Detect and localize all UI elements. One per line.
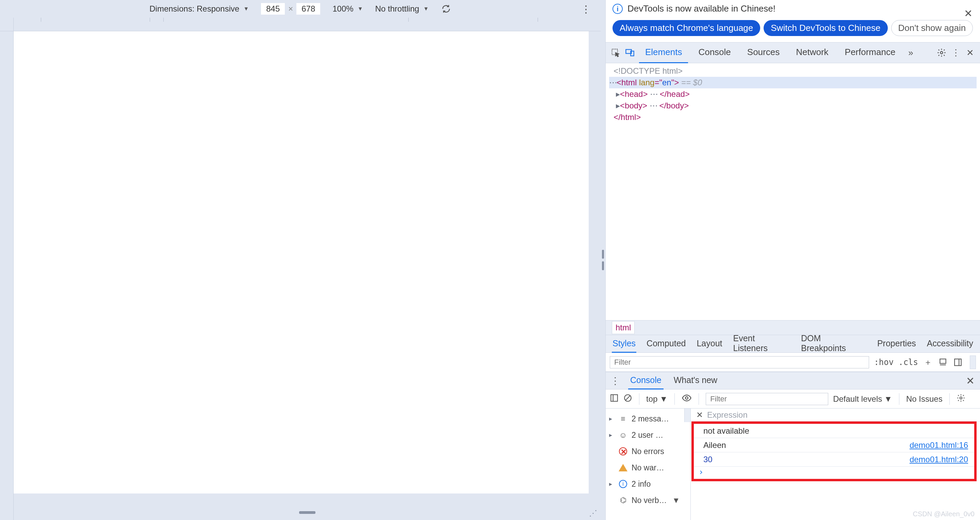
pane-divider[interactable]	[601, 0, 605, 520]
clear-console-icon[interactable]	[624, 393, 632, 404]
subtab-styles[interactable]: Styles	[612, 335, 636, 353]
close-icon[interactable]: ✕	[965, 48, 975, 58]
computed-drawer-icon[interactable]	[938, 358, 948, 367]
height-input[interactable]	[296, 3, 320, 14]
cls-toggle[interactable]: .cls	[898, 358, 918, 367]
match-language-button[interactable]: Always match Chrome's language	[612, 20, 760, 36]
subtab-computed[interactable]: Computed	[646, 335, 686, 353]
console-prompt[interactable]: ›	[694, 467, 974, 477]
console-drawer-header: ⋮ Console What's new ✕	[606, 372, 980, 390]
layout-panel-icon[interactable]	[953, 358, 963, 367]
drawer-menu-icon[interactable]: ⋮	[611, 375, 620, 387]
log-source-link[interactable]: demo01.html:20	[910, 455, 968, 464]
chevron-down-icon: ▼	[659, 394, 668, 404]
gear-icon[interactable]	[956, 393, 966, 404]
sidebar-item-verbose[interactable]: No verb… ▼	[606, 492, 690, 509]
devtools-main-toolbar: Elements Console Sources Network Perform…	[606, 42, 980, 63]
sidebar-item-warnings[interactable]: No war…	[606, 460, 690, 476]
more-tabs-icon[interactable]: »	[905, 48, 916, 58]
width-input[interactable]	[261, 3, 285, 14]
tab-sources[interactable]: Sources	[741, 42, 786, 63]
close-icon[interactable]: ✕	[966, 375, 975, 387]
live-expression-row[interactable]: ✕ Expression	[691, 409, 980, 422]
gear-icon[interactable]	[937, 48, 947, 58]
scrollbar-stub[interactable]	[684, 409, 690, 422]
styles-filter-input[interactable]	[610, 356, 869, 368]
page-canvas	[14, 31, 589, 493]
drawer-tab-console[interactable]: Console	[628, 372, 663, 390]
ruler-horizontal	[14, 17, 601, 31]
head-element-row[interactable]: ▸<head> ⋯ </head>	[609, 88, 977, 100]
context-dropdown[interactable]: top ▼	[646, 394, 668, 404]
issues-label[interactable]: No Issues	[906, 394, 943, 404]
expression-placeholder: Expression	[707, 410, 748, 420]
svg-point-9	[959, 396, 962, 399]
breadcrumb-html[interactable]: html	[612, 321, 635, 334]
sidebar-item-messages[interactable]: ▸ 2 messa…	[606, 411, 690, 427]
drawer-tab-whats-new[interactable]: What's new	[672, 372, 719, 390]
breadcrumb: html	[606, 320, 980, 335]
log-levels-dropdown[interactable]: Default levels ▼	[833, 394, 892, 404]
sidebar-item-info[interactable]: ▸ i 2 info	[606, 476, 690, 492]
more-options-icon[interactable]: ⋮	[581, 3, 591, 15]
dimension-inputs: ×	[261, 3, 320, 14]
throttling-dropdown[interactable]: No throttling ▼	[375, 4, 428, 14]
levels-label: Default levels	[833, 394, 882, 404]
body-element-row[interactable]: ▸<body> ⋯ </body>	[609, 100, 977, 111]
sidebar-label: No war…	[632, 463, 664, 472]
svg-point-3	[940, 52, 943, 54]
doctype: <!DOCTYPE html>	[614, 66, 682, 75]
expression-result-row: not available	[694, 424, 974, 438]
warning-icon	[619, 464, 627, 471]
subtab-properties[interactable]: Properties	[877, 335, 917, 353]
html-close: </html>	[614, 113, 641, 122]
sidebar-item-errors[interactable]: No errors	[606, 443, 690, 460]
device-preview-pane: Dimensions: Responsive ▼ × 100% ▼ No thr…	[0, 0, 601, 520]
chevron-down-icon: ▼	[672, 496, 680, 505]
tab-network[interactable]: Network	[790, 42, 834, 63]
close-icon[interactable]: ✕	[964, 8, 972, 19]
zoom-dropdown[interactable]: 100% ▼	[332, 4, 363, 14]
sidebar-item-user[interactable]: ▸ 2 user …	[606, 427, 690, 443]
dimensions-dropdown[interactable]: Dimensions: Responsive ▼	[150, 4, 249, 14]
svg-rect-5	[955, 359, 961, 366]
inspect-icon[interactable]	[611, 48, 620, 58]
resize-handle-bottom[interactable]	[299, 511, 315, 514]
html-element-row[interactable]: ⋯<html lang="en"> == $0	[609, 77, 977, 88]
console-filter-input[interactable]	[706, 393, 828, 405]
expression-result: not available	[703, 426, 749, 436]
devtools-pane: i DevTools is now available in Chinese! …	[605, 0, 980, 520]
resize-grip-icon[interactable]: ⋰	[589, 509, 598, 518]
console-log-row: 30 demo01.html:20	[694, 452, 974, 467]
rotate-icon[interactable]	[441, 4, 451, 14]
switch-language-button[interactable]: Switch DevTools to Chinese	[764, 20, 888, 36]
device-toggle-icon[interactable]	[625, 48, 635, 58]
subtab-accessibility[interactable]: Accessibility	[926, 335, 974, 353]
bug-icon	[619, 496, 627, 505]
hov-toggle[interactable]: :hov	[874, 358, 894, 367]
tab-console[interactable]: Console	[692, 42, 737, 63]
close-icon[interactable]: ✕	[696, 410, 703, 420]
live-expression-icon[interactable]	[682, 393, 692, 405]
infobar-message: DevTools is now available in Chinese!	[627, 3, 775, 14]
tab-elements[interactable]: Elements	[639, 42, 688, 63]
log-source-link[interactable]: demo01.html:16	[910, 441, 968, 450]
viewport-body: ⋰	[0, 31, 601, 520]
chevron-down-icon: ▼	[243, 6, 249, 12]
user-icon	[619, 431, 627, 440]
subtab-layout[interactable]: Layout	[696, 335, 723, 353]
info-icon: i	[619, 480, 627, 488]
sidebar-toggle-icon[interactable]	[610, 393, 619, 404]
dont-show-button[interactable]: Don't show again	[891, 20, 973, 36]
elements-tree[interactable]: <!DOCTYPE html> ⋯<html lang="en"> == $0 …	[606, 63, 980, 320]
new-style-icon[interactable]: ＋	[923, 357, 933, 368]
ruler-vertical	[0, 31, 14, 520]
svg-rect-4	[940, 359, 946, 363]
kebab-icon[interactable]: ⋮	[951, 48, 961, 58]
list-icon	[619, 414, 627, 423]
scrollbar-stub[interactable]	[970, 355, 976, 369]
chevron-right-icon: ▸	[609, 480, 614, 488]
chevron-down-icon: ▼	[884, 394, 892, 404]
tab-performance[interactable]: Performance	[839, 42, 902, 63]
dimension-separator: ×	[288, 4, 293, 14]
